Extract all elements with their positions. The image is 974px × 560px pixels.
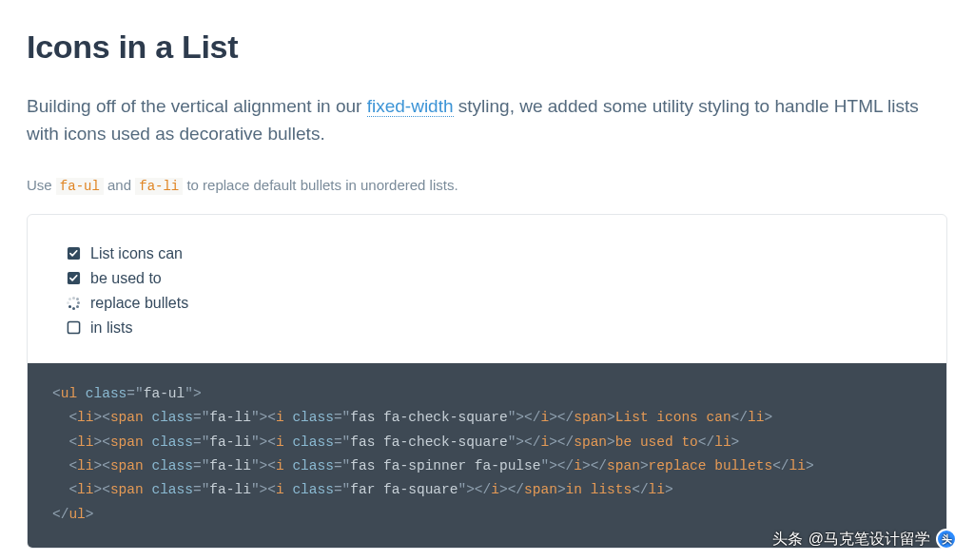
spinner-icon (66, 296, 81, 311)
fixed-width-link[interactable]: fixed-width (367, 96, 454, 117)
list-item: List icons can (66, 241, 908, 266)
list-item: in lists (66, 316, 908, 340)
list-item: replace bullets (66, 291, 908, 316)
usage-mid: and (104, 177, 135, 193)
code-block: <ul class="fa-ul"> <li><span class="fa-l… (28, 363, 946, 548)
square-outline-icon (66, 320, 81, 336)
intro-paragraph: Building off of the vertical alignment i… (27, 92, 947, 148)
example-card: List icons can be used to replace bullet… (27, 214, 947, 549)
list-item-label: List icons can (90, 242, 183, 265)
demo-list: List icons can be used to replace bullet… (66, 241, 908, 340)
watermark-prefix: 头条 (772, 528, 803, 550)
check-square-icon (66, 246, 81, 261)
code-fa-li: fa-li (135, 178, 183, 195)
usage-paragraph: Use fa-ul and fa-li to replace default b… (27, 175, 947, 197)
list-item-label: replace bullets (90, 292, 188, 315)
list-item-label: in lists (90, 317, 132, 339)
list-item-label: be used to (90, 267, 162, 290)
page-title: Icons in a List (27, 23, 947, 71)
demo-area: List icons can be used to replace bullet… (28, 215, 946, 363)
check-square-icon (66, 271, 81, 286)
watermark-badge-icon: 头 (936, 529, 957, 550)
svg-rect-2 (68, 322, 79, 334)
list-item: be used to (66, 266, 908, 291)
usage-post: to replace default bullets in unordered … (183, 177, 458, 193)
watermark: 头条 @马克笔设计留学 头 (772, 528, 957, 550)
intro-pre: Building off of the vertical alignment i… (27, 96, 367, 116)
watermark-handle: @马克笔设计留学 (808, 528, 930, 550)
code-fa-ul: fa-ul (56, 178, 104, 195)
usage-pre: Use (27, 177, 56, 193)
